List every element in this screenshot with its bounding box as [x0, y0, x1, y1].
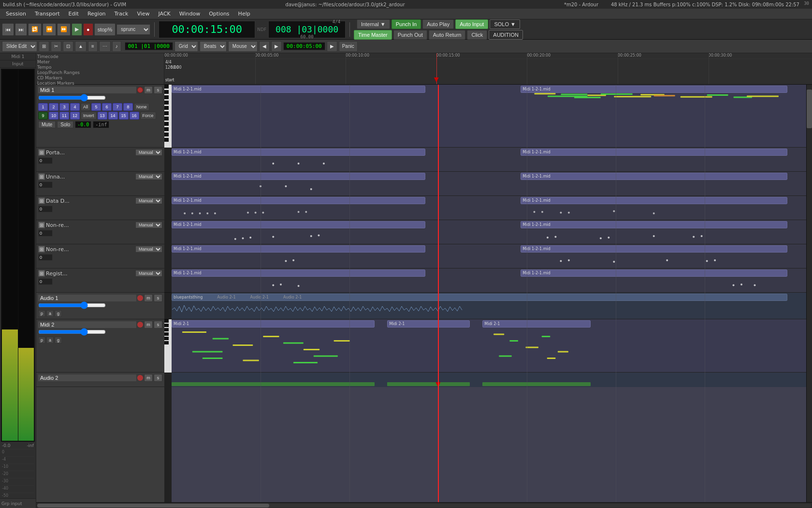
nonre1-mode[interactable]: Manual: [135, 222, 162, 228]
midi2-region-1[interactable]: Midi 2-1: [172, 320, 375, 328]
next-button[interactable]: ⏩: [57, 23, 71, 36]
audio1-g-btn[interactable]: g: [55, 310, 62, 317]
edit-btn-note[interactable]: ♪: [112, 41, 121, 52]
h-scroll-track[interactable]: [37, 504, 811, 508]
vertical-scrollbar[interactable]: [806, 85, 812, 502]
ch-15[interactable]: 15: [119, 112, 129, 120]
midi2-g-btn[interactable]: g: [55, 337, 62, 344]
midi1-solo-btn[interactable]: s: [154, 86, 162, 94]
ch-1[interactable]: 1: [38, 103, 48, 111]
internal-button[interactable]: Internal ▼: [357, 19, 390, 29]
ch-16[interactable]: 16: [130, 112, 139, 120]
ch-13[interactable]: 13: [98, 112, 107, 120]
audio1-fader-input[interactable]: [38, 303, 106, 308]
audio2-solo[interactable]: s: [154, 374, 162, 382]
audio1-region[interactable]: bluepantsthing Audio 2-1 Audio 2-1 Audio…: [172, 294, 787, 301]
menu-help[interactable]: Help: [234, 10, 254, 18]
audio2-name[interactable]: [38, 374, 136, 381]
audio1-mute[interactable]: m: [144, 294, 153, 302]
ch-8[interactable]: 8: [123, 103, 133, 111]
midi2-a-btn[interactable]: a: [46, 337, 54, 344]
ch-invert[interactable]: Invert: [81, 112, 97, 120]
edit-btn-6[interactable]: ⋯: [99, 41, 111, 52]
datad-region-1[interactable]: Midi 1-2-1.mid: [172, 197, 425, 204]
ch-10[interactable]: 10: [49, 112, 58, 120]
ch-7[interactable]: 7: [113, 103, 122, 111]
prev-button[interactable]: ⏪: [43, 23, 56, 36]
menu-session[interactable]: Session: [2, 10, 30, 18]
menu-transport[interactable]: Transport: [31, 10, 64, 18]
regist-drag[interactable]: ⊞: [38, 270, 45, 277]
edit-btn-2[interactable]: ✂: [51, 41, 61, 52]
menu-jack[interactable]: JACK: [155, 10, 174, 18]
click-button[interactable]: Click: [467, 30, 487, 40]
grid-select[interactable]: Grid: [174, 41, 198, 52]
nav-right-button[interactable]: ▶: [271, 41, 282, 52]
nonre2-value[interactable]: [38, 254, 53, 261]
datad-value[interactable]: [38, 206, 53, 212]
unna-drag[interactable]: ⊞: [38, 173, 45, 180]
punch-out-button[interactable]: Punch Out: [393, 30, 427, 40]
punch-in-button[interactable]: Punch In: [392, 19, 421, 29]
midi1-name-input[interactable]: [38, 87, 136, 93]
edit-mode-select[interactable]: Slide Edit: [2, 41, 37, 52]
unna-region-1[interactable]: Midi 1-2-1.mid: [172, 173, 425, 180]
nonre2-drag[interactable]: ⊞: [38, 246, 45, 253]
mouse-select[interactable]: Mouse: [228, 41, 258, 52]
midi1-mute-big[interactable]: Mute: [38, 121, 56, 128]
unna-region-2[interactable]: Midi 1-2-1.mid: [521, 173, 787, 180]
audio2-mute[interactable]: m: [144, 374, 153, 382]
scrollbar-thumb[interactable]: [807, 90, 812, 128]
ch-11[interactable]: 11: [59, 112, 69, 120]
edit-btn-1[interactable]: ⊞: [39, 41, 49, 52]
ch-6[interactable]: 6: [102, 103, 112, 111]
stop-button[interactable]: stop %: [94, 23, 116, 36]
loop-button[interactable]: 🔁: [28, 23, 42, 36]
ch-3[interactable]: 3: [59, 103, 69, 111]
play-button[interactable]: ▶: [72, 23, 82, 36]
auto-return-button[interactable]: Auto Return: [429, 30, 466, 40]
snap-type-select[interactable]: Beats: [200, 41, 227, 52]
audio1-p-btn[interactable]: p: [38, 310, 45, 317]
rewind-button[interactable]: ⏮: [2, 23, 14, 36]
ch-9[interactable]: 9: [38, 112, 48, 120]
menu-window[interactable]: Window: [175, 10, 204, 18]
play-pos-button[interactable]: ▶: [327, 41, 337, 52]
porta-drag[interactable]: ⊞: [38, 149, 45, 156]
menu-edit[interactable]: Edit: [65, 10, 83, 18]
ch-force[interactable]: Force: [140, 112, 156, 120]
nonre1-value[interactable]: [38, 230, 53, 237]
ch-4[interactable]: 4: [70, 103, 80, 111]
midi2-name[interactable]: [38, 321, 136, 328]
solo-button[interactable]: SOLO ▼: [490, 19, 520, 29]
snap-select[interactable]: sprunc: [116, 24, 150, 35]
regist-mode[interactable]: Manual: [135, 270, 162, 277]
menu-region[interactable]: Region: [84, 10, 110, 18]
datad-region-2[interactable]: Midi 1-2-1.mid: [521, 197, 787, 204]
tracks-scroll[interactable]: m s 1 2 3 4 All 5 6 7 8: [36, 85, 812, 502]
ch-12[interactable]: 12: [70, 112, 80, 120]
h-scroll-thumb[interactable]: [37, 504, 269, 508]
nonre2-mode[interactable]: Manual: [135, 246, 162, 253]
midi2-region-3[interactable]: Midi 2-1: [482, 320, 590, 328]
unna-value[interactable]: [38, 181, 53, 188]
nonre2-region-2[interactable]: Midi 1-2-1.mid: [521, 245, 787, 253]
midi1-mute-btn[interactable]: m: [144, 86, 153, 94]
midi2-rec[interactable]: [137, 322, 143, 328]
panic-button[interactable]: Panic: [339, 41, 358, 52]
audio2-rec[interactable]: [137, 375, 143, 381]
nav-left-button[interactable]: ◀: [259, 41, 270, 52]
porta-region-1[interactable]: Midi 1-2-1.mid: [172, 149, 425, 156]
midi2-p-btn[interactable]: p: [38, 337, 45, 344]
nonre1-drag[interactable]: ⊞: [38, 222, 45, 228]
ch-all[interactable]: All: [81, 103, 90, 111]
datad-drag[interactable]: ⊞: [38, 197, 45, 204]
edit-btn-5[interactable]: ≡: [88, 41, 98, 52]
midi1-fader[interactable]: [38, 95, 106, 101]
midi1-region-2[interactable]: Midi 1-2-1.mid: [521, 86, 787, 93]
ch-none[interactable]: None: [134, 103, 149, 111]
porta-region-2[interactable]: Midi 1-2-1.mid: [521, 149, 787, 156]
regist-region-1[interactable]: Midi 1-2-1.mid: [172, 269, 425, 277]
edit-btn-4[interactable]: ▲: [75, 41, 87, 52]
ch-5[interactable]: 5: [91, 103, 101, 111]
